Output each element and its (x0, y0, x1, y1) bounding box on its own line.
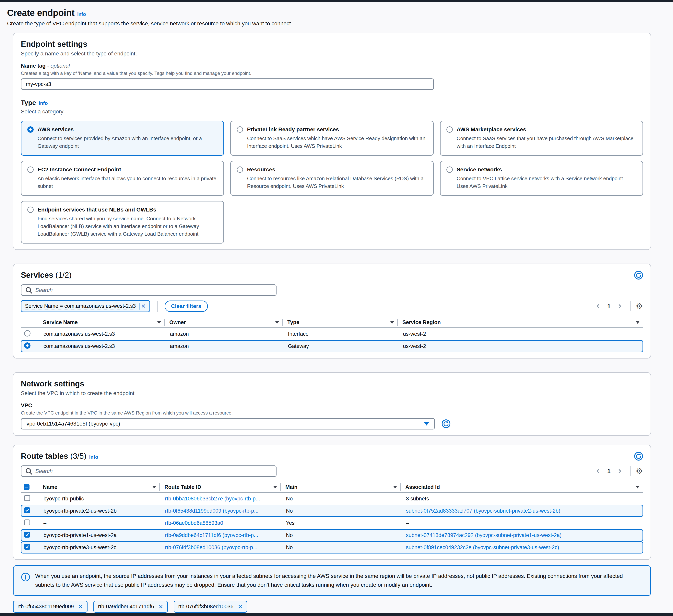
route-table-id-link[interactable]: rtb-076fdf3b08ed10036 (byovpc-rtb-p... (165, 545, 257, 550)
refresh-route-tables-button[interactable] (634, 452, 643, 461)
type-option-title: Resources (247, 167, 275, 173)
type-option-marketplace[interactable]: AWS Marketplace services Connect to SaaS… (440, 121, 643, 156)
route-table-token[interactable]: rtb-076fdf3b08ed10036 ✕ (174, 601, 247, 613)
clear-filters-button[interactable]: Clear filters (165, 301, 208, 312)
page-info-link[interactable]: Info (77, 11, 86, 17)
refresh-button[interactable] (634, 271, 643, 280)
prev-page-icon[interactable] (593, 468, 603, 474)
route-tables-search[interactable] (21, 466, 276, 477)
next-page-icon[interactable] (615, 468, 625, 474)
subnet-link[interactable]: subnet-0f752ad83333ad707 (byovpc-subnet-… (406, 508, 560, 514)
type-options-grid: AWS services Connect to services provide… (21, 121, 643, 244)
radio-unchecked-icon[interactable] (27, 207, 34, 213)
sort-icon[interactable] (273, 486, 277, 489)
radio-unchecked-icon[interactable] (27, 167, 34, 173)
radio-unchecked-icon[interactable] (446, 126, 453, 133)
row-checkbox-unchecked[interactable] (24, 520, 30, 525)
bottom-chrome-bar (0, 613, 673, 616)
filter-token-label[interactable]: Service Name = com.amazonaws.us-west-2.s… (25, 303, 136, 309)
filter-token[interactable]: Service Name = com.amazonaws.us-west-2.s… (21, 300, 150, 312)
vpc-select[interactable]: vpc-0eb11514a74631e5f (byovpc-vpc) (21, 418, 435, 429)
service-row[interactable]: com.amazonaws.us-west-2.s3 amazon Interf… (21, 328, 643, 340)
route-tables-info-link[interactable]: Info (89, 454, 98, 460)
refresh-vpc-button[interactable] (442, 419, 451, 428)
endpoint-settings-title: Endpoint settings (21, 40, 643, 48)
type-option-resources[interactable]: Resources Connect to resources like Amaz… (230, 161, 433, 196)
type-option-description: Connect to resources like Amazon Relatio… (247, 175, 427, 190)
remove-token-icon[interactable]: ✕ (157, 603, 163, 610)
sort-icon[interactable] (152, 486, 156, 489)
type-option-service-networks[interactable]: Service networks Connect to VPC Lattice … (440, 161, 643, 196)
route-table-row[interactable]: byovpc-rtb-public rtb-0bba10806b33cb27e … (21, 493, 643, 505)
next-page-icon[interactable] (615, 303, 625, 309)
sort-icon[interactable] (636, 321, 640, 324)
type-option-nlb-gwlb[interactable]: Endpoint services that use NLBs and GWLB… (21, 201, 224, 244)
subnet-link[interactable]: subnet-0f891cec049232c2e (byovpc-subnet-… (406, 545, 559, 550)
remove-token-icon[interactable]: ✕ (237, 603, 243, 610)
route-table-row-selected[interactable]: byovpc-rtb-private2-us-west-2b rtb-0f654… (21, 505, 643, 517)
row-checkbox-checked[interactable] (24, 544, 30, 550)
radio-unchecked-icon[interactable] (446, 167, 453, 173)
route-table-token[interactable]: rtb-0f65438d1199ed009 ✕ (13, 601, 87, 613)
type-option-privatelink-partner[interactable]: PrivateLink Ready partner services Conne… (230, 121, 433, 156)
page-title: Create endpoint (7, 8, 74, 18)
radio-checked-icon[interactable] (27, 126, 34, 133)
service-row-selected[interactable]: com.amazonaws.us-west-2.s3 amazon Gatewa… (21, 340, 643, 352)
remove-filter-icon[interactable]: ✕ (139, 303, 146, 310)
type-option-ec2-instance-connect[interactable]: EC2 Instance Connect Endpoint An elastic… (21, 161, 224, 196)
services-search[interactable] (21, 284, 276, 296)
radio-unchecked-icon[interactable] (237, 167, 243, 173)
type-option-description: Find services shared with you by service… (38, 215, 218, 238)
sort-icon[interactable] (636, 486, 640, 489)
route-table-token[interactable]: rtb-0a9ddbe64c1711df6 ✕ (93, 601, 168, 613)
row-checkbox-checked[interactable] (24, 507, 30, 513)
radio-checked-icon[interactable] (24, 342, 30, 349)
token-label: rtb-0a9ddbe64c1711df6 (98, 604, 154, 610)
sort-icon[interactable] (157, 321, 161, 324)
name-cell: – (39, 520, 160, 526)
region-cell: us-west-2 (398, 331, 643, 337)
top-chrome-bar (0, 0, 673, 2)
column-main: Main (285, 484, 297, 490)
radio-unchecked-icon[interactable] (237, 126, 243, 133)
optional-label: - optional (47, 63, 70, 69)
prev-page-icon[interactable] (593, 303, 603, 309)
page-number[interactable]: 1 (605, 303, 613, 310)
name-tag-input[interactable] (21, 78, 434, 90)
route-table-id-link[interactable]: rtb-06ae0dbd6a88593a0 (165, 520, 223, 526)
route-table-id-link[interactable]: rtb-0bba10806b33cb27e (byovpc-rtb-p... (165, 496, 260, 502)
name-cell: byovpc-rtb-private1-us-west-2a (39, 532, 160, 538)
route-table-row-selected[interactable]: byovpc-rtb-private3-us-west-2c rtb-076fd… (21, 541, 643, 554)
row-checkbox-unchecked[interactable] (24, 495, 30, 501)
row-checkbox-checked[interactable] (24, 532, 30, 538)
main-cell: No (281, 496, 401, 502)
services-search-input[interactable] (35, 287, 272, 293)
type-option-aws-services[interactable]: AWS services Connect to services provide… (21, 121, 224, 156)
type-option-title: AWS Marketplace services (457, 126, 526, 133)
type-option-title: EC2 Instance Connect Endpoint (38, 167, 121, 173)
route-table-id-link[interactable]: rtb-0f65438d1199ed009 (byovpc-rtb-p... (165, 508, 258, 514)
route-table-id-link[interactable]: rtb-0a9ddbe64c1711df6 (byovpc-rtb-p... (165, 532, 258, 538)
type-info-link[interactable]: Info (39, 100, 48, 106)
select-all-checkbox-indeterminate[interactable] (24, 484, 29, 490)
subnets-popover-trigger[interactable]: 3 subnets (406, 496, 429, 502)
type-option-description: Connect to SaaS services that you have p… (457, 134, 637, 150)
name-tag-hint: Creates a tag with a key of 'Name' and a… (21, 70, 643, 76)
radio-unchecked-icon[interactable] (24, 330, 30, 336)
services-table-header: Service Name Owner Type Service Region (21, 317, 643, 328)
remove-token-icon[interactable]: ✕ (77, 603, 83, 610)
page-number[interactable]: 1 (605, 468, 613, 475)
service-name-cell: com.amazonaws.us-west-2.s3 (39, 331, 165, 337)
gear-icon[interactable]: ⚙ (636, 302, 643, 310)
route-tables-search-input[interactable] (35, 468, 272, 474)
sort-icon[interactable] (390, 321, 394, 324)
route-table-row-selected[interactable]: byovpc-rtb-private1-us-west-2a rtb-0a9dd… (21, 529, 643, 541)
subnet-link[interactable]: subnet-07418de78974ac292 (byovpc-subnet-… (406, 532, 562, 538)
gear-icon[interactable]: ⚙ (636, 467, 643, 475)
type-option-description: Connect to VPC Lattice service networks … (457, 175, 637, 190)
name-tag-field: Name tag - optional Creates a tag with a… (21, 63, 643, 90)
sort-icon[interactable] (275, 321, 279, 324)
type-option-title: AWS services (38, 126, 74, 133)
sort-icon[interactable] (393, 486, 397, 489)
route-table-row[interactable]: – rtb-06ae0dbd6a88593a0 Yes – (21, 517, 643, 529)
